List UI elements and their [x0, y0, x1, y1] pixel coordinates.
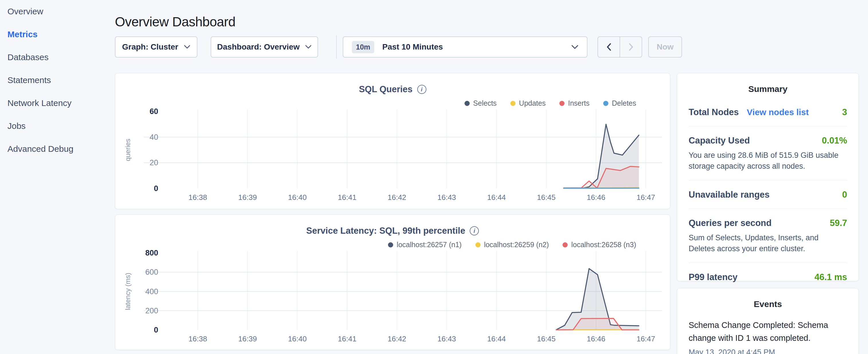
summary-value: 0	[842, 190, 847, 200]
svg-text:16:40: 16:40	[288, 334, 307, 343]
legend-dot-icon	[475, 242, 480, 248]
legend-label: Updates	[519, 99, 546, 107]
time-range-dropdown[interactable]: 10m Past 10 Minutes	[343, 36, 587, 58]
sidebar-item-jobs[interactable]: Jobs	[0, 119, 109, 133]
time-range-label: Past 10 Minutes	[382, 42, 443, 52]
legend-dot-icon	[559, 101, 564, 106]
info-icon[interactable]: i	[470, 226, 479, 235]
controls-bar: Graph: Cluster Dashboard: Overview 10m P…	[0, 36, 868, 58]
sql-queries-chart-card: SQL Queries i SelectsUpdatesInsertsDelet…	[115, 73, 670, 209]
graph-dropdown-label: Graph: Cluster	[122, 42, 178, 52]
summary-description: You are using 28.6 MiB of 515.9 GiB usab…	[689, 150, 840, 171]
summary-row-queries-per-second: Queries per second 59.7 Sum of Selects, …	[689, 209, 847, 263]
legend-item: localhost:26258 (n3)	[562, 240, 636, 249]
svg-text:16:40: 16:40	[288, 193, 307, 202]
legend-label: localhost:26257 (n1)	[397, 240, 462, 249]
summary-value: 46.1 ms	[814, 272, 847, 282]
svg-text:16:43: 16:43	[437, 193, 456, 202]
chevron-down-icon	[571, 45, 578, 49]
legend-item: Selects	[465, 99, 497, 107]
chart-title: SQL Queries	[359, 84, 412, 95]
events-title: Events	[677, 288, 859, 309]
svg-text:latency (ms): latency (ms)	[124, 273, 131, 310]
svg-text:16:44: 16:44	[487, 193, 506, 202]
svg-text:16:46: 16:46	[587, 334, 605, 343]
svg-text:16:41: 16:41	[338, 334, 356, 343]
svg-text:16:44: 16:44	[487, 334, 506, 343]
view-nodes-list-link[interactable]: View nodes list	[747, 107, 809, 117]
legend-dot-icon	[562, 242, 568, 248]
summary-panel: Summary Total Nodes View nodes list 3 Ca…	[677, 73, 859, 281]
summary-description: Sum of Selects, Updates, Inserts, and De…	[689, 232, 840, 254]
svg-text:0: 0	[154, 326, 158, 334]
info-icon[interactable]: i	[417, 85, 426, 94]
now-button[interactable]: Now	[648, 36, 682, 58]
legend-label: Deletes	[612, 99, 636, 107]
sidebar-item-overview[interactable]: Overview	[0, 5, 109, 18]
summary-value: 59.7	[830, 218, 847, 228]
previous-time-button[interactable]	[598, 37, 620, 57]
sidebar-item-advanced-debug[interactable]: Advanced Debug	[0, 142, 109, 156]
svg-text:0: 0	[154, 184, 158, 193]
legend-item: Inserts	[559, 99, 589, 107]
event-timestamp: May 13, 2020 at 4:45 PM	[689, 348, 847, 354]
graph-dropdown[interactable]: Graph: Cluster	[115, 36, 197, 58]
chevron-left-icon	[606, 43, 612, 51]
svg-text:800: 800	[145, 249, 158, 257]
legend-dot-icon	[465, 101, 470, 106]
legend-label: localhost:26259 (n2)	[484, 240, 549, 249]
svg-text:40: 40	[150, 133, 158, 141]
summary-value: 3	[842, 107, 847, 118]
svg-text:16:45: 16:45	[537, 334, 556, 343]
svg-text:16:45: 16:45	[537, 193, 556, 202]
chart-plot-area[interactable]: 16:3816:3916:4016:4116:4216:4316:4416:45…	[115, 106, 671, 207]
summary-label: Total Nodes	[689, 107, 739, 118]
summary-label: Unavailable ranges	[689, 190, 770, 200]
service-latency-chart-card: Service Latency: SQL, 99th percentile i …	[115, 215, 670, 350]
svg-text:60: 60	[150, 107, 158, 116]
summary-label: Queries per second	[689, 218, 771, 228]
controls-divider	[336, 35, 337, 59]
chart-title: Service Latency: SQL, 99th percentile	[306, 226, 465, 236]
svg-text:16:46: 16:46	[587, 193, 605, 202]
svg-text:16:38: 16:38	[189, 193, 207, 202]
legend-item: Updates	[510, 99, 546, 107]
sql-queries-chart[interactable]: 16:3816:3916:4016:4116:4216:4316:4416:45…	[115, 106, 671, 207]
svg-text:16:47: 16:47	[637, 334, 655, 343]
svg-text:16:47: 16:47	[637, 193, 655, 202]
time-range-badge: 10m	[352, 41, 374, 53]
legend-dot-icon	[603, 101, 608, 106]
sidebar-item-statements[interactable]: Statements	[0, 73, 109, 87]
svg-text:16:38: 16:38	[189, 334, 207, 343]
time-pager	[597, 36, 642, 58]
summary-row-p99-latency: P99 latency 46.1 ms	[689, 263, 847, 291]
legend-dot-icon	[388, 242, 393, 248]
sidebar-item-network-latency[interactable]: Network Latency	[0, 96, 109, 110]
dashboard-dropdown-label: Dashboard: Overview	[217, 42, 300, 52]
svg-text:16:42: 16:42	[388, 334, 406, 343]
events-panel: Events Schema Change Completed: Schema c…	[677, 288, 859, 354]
overview-dashboard-page: { "page": { "title": "Overview Dashboard…	[0, 0, 868, 354]
chevron-down-icon	[184, 45, 190, 49]
summary-row-unavailable-ranges: Unavailable ranges 0	[689, 181, 847, 209]
svg-text:16:39: 16:39	[238, 193, 257, 202]
legend-item: Deletes	[603, 99, 636, 107]
svg-text:queries: queries	[124, 139, 131, 161]
chart-plot-area[interactable]: 16:3816:3916:4016:4116:4216:4316:4416:45…	[115, 248, 671, 349]
next-time-button[interactable]	[620, 37, 642, 57]
legend-dot-icon	[510, 101, 516, 106]
dashboard-dropdown[interactable]: Dashboard: Overview	[211, 36, 318, 58]
legend-item: localhost:26259 (n2)	[475, 240, 549, 249]
chevron-down-icon	[305, 45, 311, 49]
page-title: Overview Dashboard	[115, 14, 236, 30]
svg-text:400: 400	[145, 287, 158, 296]
svg-text:600: 600	[145, 268, 158, 277]
svg-text:16:43: 16:43	[437, 334, 456, 343]
summary-value: 0.01%	[822, 135, 847, 146]
summary-label: P99 latency	[689, 272, 738, 282]
service-latency-chart[interactable]: 16:3816:3916:4016:4116:4216:4316:4416:45…	[115, 248, 671, 349]
svg-text:200: 200	[145, 307, 158, 315]
svg-text:16:41: 16:41	[338, 193, 356, 202]
event-message: Schema Change Completed: Schema change w…	[689, 319, 847, 345]
legend-label: Inserts	[568, 99, 589, 107]
